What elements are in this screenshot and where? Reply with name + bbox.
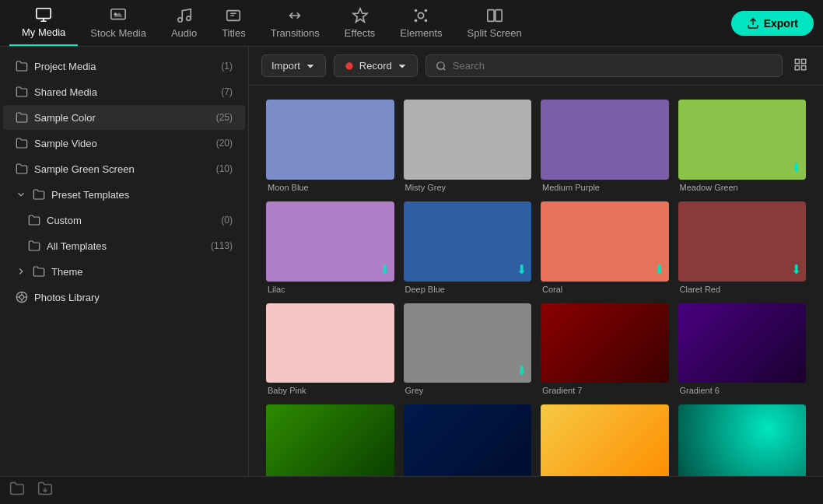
download-badge: ⬇ (380, 262, 390, 277)
svg-rect-23 (795, 59, 799, 63)
media-item-gradient6[interactable]: Gradient 6 (674, 299, 811, 401)
nav-effects[interactable]: Effects (332, 1, 388, 45)
svg-point-11 (425, 19, 428, 23)
media-thumb-gradient6 (678, 303, 807, 383)
export-button[interactable]: Export (731, 11, 814, 36)
record-label: Record (359, 60, 392, 72)
folder-icon (16, 111, 28, 124)
nav-audio-label: Audio (171, 27, 197, 39)
svg-rect-0 (37, 9, 51, 19)
import-folder-button[interactable] (37, 481, 53, 500)
sidebar-item-photos-library[interactable]: Photos Library (3, 285, 245, 310)
nav-titles[interactable]: Titles (209, 1, 258, 45)
media-label-medium-purple: Medium Purple (541, 183, 669, 192)
svg-marker-6 (352, 9, 366, 22)
media-thumb-moon-blue (266, 100, 394, 180)
media-item-lilac[interactable]: ⬇ Lilac (261, 197, 399, 299)
search-bar (426, 54, 783, 77)
media-thumb-baby-pink (266, 303, 394, 383)
new-folder-button[interactable] (9, 481, 25, 500)
sidebar-theme-label: Theme (51, 266, 233, 278)
top-nav: My Media Stock Media Audio Titles Transi… (0, 0, 823, 47)
folder-icon (28, 214, 40, 226)
nav-my-media-label: My Media (22, 26, 65, 38)
media-item-meadow-green[interactable]: ⬇ Meadow Green (674, 95, 811, 197)
nav-stock-media[interactable]: Stock Media (78, 1, 159, 45)
media-item-gradient3[interactable]: Gradient 3 (536, 400, 674, 476)
sidebar-sample-video-count: (20) (216, 138, 233, 149)
sidebar-item-all-templates[interactable]: All Templates (113) (3, 233, 245, 258)
chevron-down-icon (16, 189, 26, 200)
chevron-down-icon (305, 61, 316, 72)
sidebar-photos-library-label: Photos Library (34, 292, 233, 303)
import-button[interactable]: Import (261, 54, 326, 77)
media-thumb-gradient5 (266, 404, 394, 476)
search-icon (436, 61, 447, 72)
media-item-medium-purple[interactable]: Medium Purple (536, 95, 674, 197)
media-label-baby-pink: Baby Pink (266, 386, 394, 395)
nav-elements[interactable]: Elements (387, 1, 454, 45)
media-item-gradient4[interactable]: Gradient 4 (399, 400, 537, 476)
sidebar-sample-green-screen-count: (10) (216, 163, 233, 174)
media-item-grey[interactable]: ⬇ Grey (399, 299, 537, 401)
media-label-grey: Grey (404, 386, 532, 395)
media-item-misty-grey[interactable]: Misty Grey (399, 95, 537, 197)
media-item-gradient2[interactable]: Gradient 2 (674, 400, 811, 476)
media-item-coral[interactable]: ⬇ Coral (536, 197, 674, 299)
titles-icon (225, 7, 242, 24)
media-thumb-deep-blue: ⬇ (404, 201, 532, 282)
sidebar-item-custom[interactable]: Custom (0) (3, 208, 245, 233)
sidebar-item-sample-green-screen[interactable]: Sample Green Screen (10) (3, 156, 245, 181)
media-thumb-coral: ⬇ (541, 201, 669, 282)
nav-split-screen[interactable]: Split Screen (455, 1, 534, 45)
effects-icon (352, 7, 369, 24)
nav-stock-media-label: Stock Media (90, 27, 146, 39)
media-grid: Moon Blue Misty Grey Medium Purple ⬇ Mea… (249, 86, 823, 476)
chevron-right-icon (16, 266, 26, 277)
folder-icon (16, 137, 28, 149)
media-thumb-gradient2 (678, 404, 807, 476)
media-item-gradient5[interactable]: Gradient 5 (261, 400, 399, 476)
sidebar-item-project-media[interactable]: Project Media (1) (3, 54, 245, 79)
search-input[interactable] (453, 60, 772, 72)
svg-point-22 (437, 61, 444, 68)
svg-point-4 (186, 16, 191, 20)
nav-split-screen-label: Split Screen (468, 27, 522, 39)
media-thumb-medium-purple (541, 100, 669, 180)
photos-library-icon (16, 291, 28, 303)
media-thumb-meadow-green: ⬇ (678, 100, 807, 180)
grid-view-button[interactable] (790, 54, 811, 77)
media-item-gradient7[interactable]: Gradient 7 (536, 299, 674, 401)
my-media-icon (35, 6, 52, 23)
sidebar-item-shared-media[interactable]: Shared Media (7) (3, 79, 245, 104)
svg-point-21 (345, 62, 352, 69)
media-item-claret-red[interactable]: ⬇ Claret Red (674, 197, 811, 299)
media-thumb-gradient4 (404, 404, 532, 476)
sidebar-item-theme[interactable]: Theme (3, 259, 245, 284)
nav-elements-label: Elements (400, 27, 442, 39)
media-item-moon-blue[interactable]: Moon Blue (261, 95, 399, 197)
bottom-bar (0, 476, 823, 504)
svg-point-16 (19, 295, 23, 299)
media-label-deep-blue: Deep Blue (404, 285, 532, 294)
sidebar-item-preset-templates[interactable]: Preset Templates (3, 182, 245, 207)
nav-effects-label: Effects (345, 27, 376, 39)
sidebar: Project Media (1) Shared Media (7) Sampl… (0, 47, 249, 476)
nav-audio[interactable]: Audio (159, 1, 209, 45)
media-label-gradient7: Gradient 7 (541, 386, 669, 395)
media-thumb-grey: ⬇ (404, 303, 532, 383)
nav-transitions[interactable]: Transitions (258, 1, 332, 45)
sidebar-item-sample-color[interactable]: Sample Color (25) (3, 105, 245, 130)
media-item-deep-blue[interactable]: ⬇ Deep Blue (399, 197, 537, 299)
record-icon (344, 61, 355, 72)
sidebar-item-sample-video[interactable]: Sample Video (20) (3, 131, 245, 156)
media-item-baby-pink[interactable]: Baby Pink (261, 299, 399, 401)
media-thumb-gradient7 (541, 303, 669, 383)
folder-icon (28, 240, 40, 252)
svg-point-7 (419, 12, 424, 18)
media-thumb-lilac: ⬇ (266, 201, 394, 282)
nav-my-media[interactable]: My Media (9, 0, 78, 46)
audio-icon (176, 7, 193, 24)
download-badge: ⬇ (517, 363, 527, 378)
record-button[interactable]: Record (334, 54, 418, 77)
